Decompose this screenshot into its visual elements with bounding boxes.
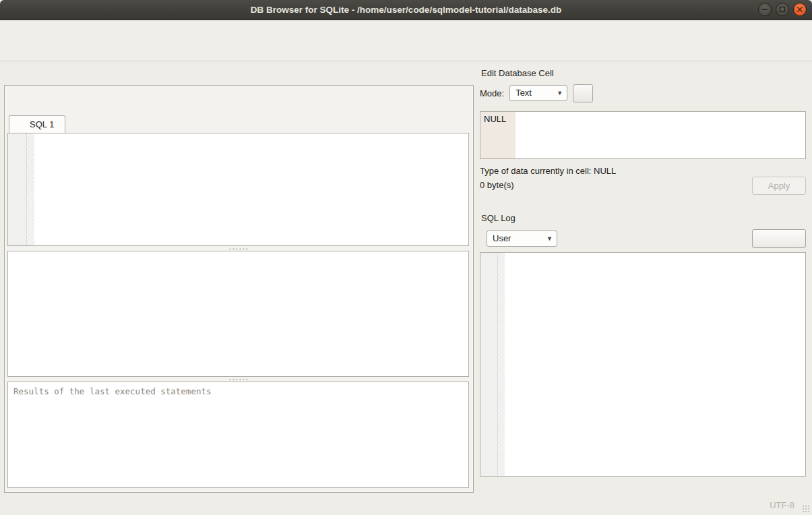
app-window: DB Browser for SQLite - /home/user/code/… (0, 0, 812, 515)
dock-float-icon[interactable] (784, 68, 794, 78)
cell-type-info: Type of data currently in cell: NULL (480, 166, 616, 176)
encoding-indicator[interactable]: UTF-8 (770, 500, 794, 510)
sql-log-view[interactable] (480, 252, 806, 477)
sql-doc-tab-bar: SQL 1 (7, 114, 469, 133)
window-controls (758, 3, 807, 16)
dock-float-icon[interactable] (784, 213, 794, 223)
sql-editor-toolbar (7, 90, 469, 114)
sql-log-filter-row: User ▼ (480, 225, 806, 252)
sql-doc-tab[interactable]: SQL 1 (9, 115, 65, 133)
dock-close-icon[interactable] (796, 213, 806, 223)
edit-cell-dock-header: Edit Database Cell (480, 64, 806, 80)
auto-switch-mode-button[interactable] (573, 84, 593, 102)
maximize-button[interactable] (776, 3, 789, 16)
edit-cell-mode-row: Mode: Text ▼ (480, 80, 806, 106)
chevron-down-icon: ▼ (546, 235, 553, 242)
cell-value: NULL (484, 114, 506, 124)
window-title: DB Browser for SQLite - /home/user/code/… (0, 5, 812, 15)
log-text-area (505, 253, 805, 476)
menu-bar (0, 20, 812, 38)
editor-code-area[interactable] (34, 133, 468, 245)
submitted-by-value: User (493, 233, 511, 243)
main-area: SQL 1 Results of the last executed state… (0, 61, 474, 495)
sql-log-title: SQL Log (481, 213, 516, 223)
clear-log-button[interactable] (752, 229, 806, 248)
cell-size-info: 0 byte(s) (480, 180, 616, 190)
mode-label: Mode: (480, 88, 504, 98)
chevron-down-icon: ▼ (557, 90, 563, 96)
splitter-handle[interactable] (7, 246, 469, 251)
close-button[interactable] (793, 3, 807, 16)
editor-line-numbers (8, 133, 27, 245)
submitted-by-combobox[interactable]: User ▼ (487, 231, 557, 247)
results-message-box[interactable]: Results of the last executed statements (7, 382, 469, 488)
apply-button: Apply (752, 177, 806, 195)
results-grid[interactable] (7, 251, 469, 377)
splitter-handle[interactable] (7, 377, 469, 382)
edit-cell-title: Edit Database Cell (481, 68, 554, 78)
sql-log-dock-header: SQL Log (480, 209, 806, 225)
status-bar: UTF-8 (0, 495, 812, 515)
dock-close-icon[interactable] (796, 68, 806, 78)
sql-code-editor[interactable] (7, 133, 469, 246)
log-fold-margin (498, 253, 505, 476)
sql-doc-tab-label: SQL 1 (30, 119, 54, 129)
dock-area: Edit Database Cell Mode: Text ▼ NULL (474, 61, 812, 495)
cell-editor[interactable]: NULL (480, 111, 806, 159)
execute-sql-panel: SQL 1 Results of the last executed state… (4, 85, 474, 493)
hourglass-icon (15, 119, 26, 129)
resize-grip-icon[interactable] (802, 505, 810, 513)
mode-combobox[interactable]: Text ▼ (509, 85, 567, 101)
log-line-numbers (480, 253, 498, 476)
mode-value: Text (516, 88, 532, 98)
cell-info-row: Type of data currently in cell: NULL 0 b… (480, 166, 806, 205)
main-tab-bar (4, 65, 474, 85)
main-toolbar (0, 38, 812, 61)
editor-fold-margin (27, 133, 34, 245)
minimize-button[interactable] (758, 3, 772, 16)
title-bar: DB Browser for SQLite - /home/user/code/… (0, 0, 812, 20)
dock-tab-bar (480, 477, 806, 495)
